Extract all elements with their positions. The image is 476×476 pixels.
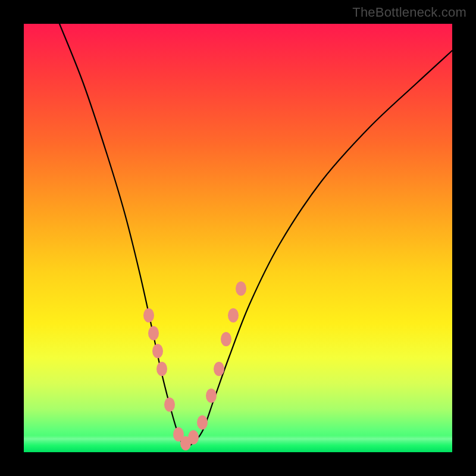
marker-dot <box>236 281 246 296</box>
plot-area <box>24 24 452 452</box>
marker-dot <box>197 415 208 430</box>
marker-dot <box>188 430 199 444</box>
marker-dot <box>164 397 175 412</box>
chart-frame: TheBottleneck.com <box>0 0 476 476</box>
marker-dot <box>143 308 154 322</box>
marker-dot <box>214 362 224 376</box>
marker-dot <box>228 308 239 322</box>
marker-dot <box>148 326 159 340</box>
marker-dot <box>152 344 163 358</box>
watermark-text: TheBottleneck.com <box>352 5 466 20</box>
marker-dot <box>206 389 217 403</box>
marker-group <box>143 281 246 450</box>
marker-dot <box>221 332 231 346</box>
marker-dot <box>156 362 167 376</box>
curve-layer <box>24 24 452 452</box>
bottleneck-curve-path <box>60 24 452 447</box>
